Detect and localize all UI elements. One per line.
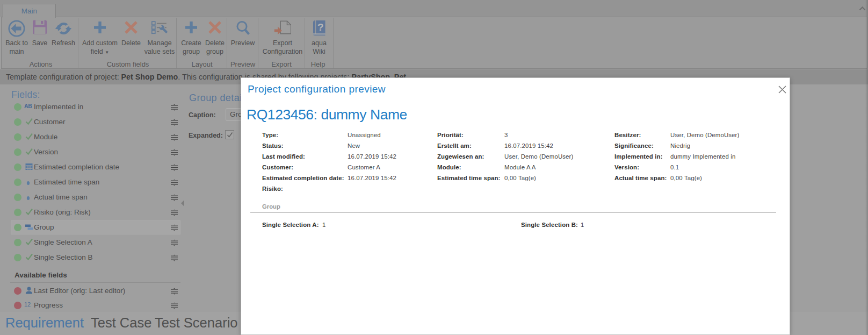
svg-text:?: ? — [317, 22, 324, 33]
